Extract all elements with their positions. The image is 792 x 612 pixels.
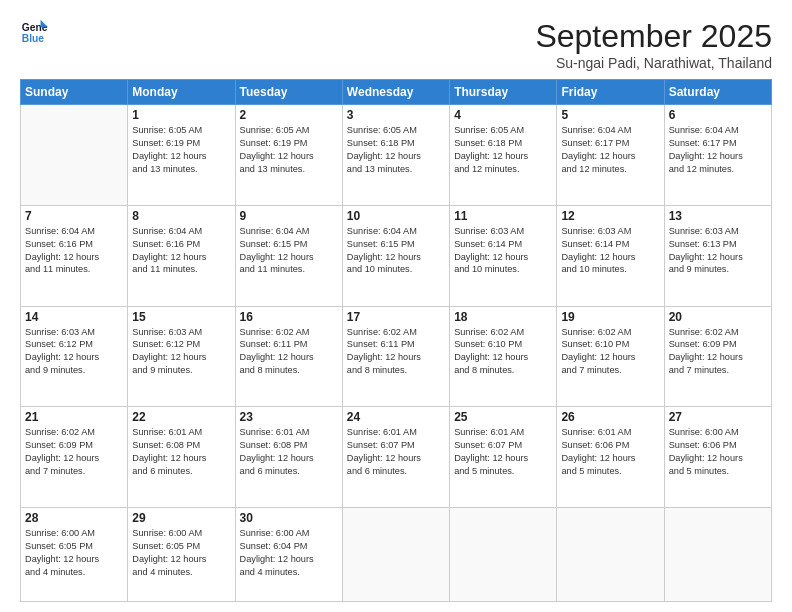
day-number: 22: [132, 410, 230, 424]
table-row: 12Sunrise: 6:03 AMSunset: 6:14 PMDayligh…: [557, 205, 664, 306]
calendar-week-row: 21Sunrise: 6:02 AMSunset: 6:09 PMDayligh…: [21, 407, 772, 508]
day-number: 12: [561, 209, 659, 223]
day-number: 14: [25, 310, 123, 324]
logo: General Blue: [20, 18, 48, 46]
table-row: 7Sunrise: 6:04 AMSunset: 6:16 PMDaylight…: [21, 205, 128, 306]
day-number: 6: [669, 108, 767, 122]
day-number: 16: [240, 310, 338, 324]
calendar-week-row: 1Sunrise: 6:05 AMSunset: 6:19 PMDaylight…: [21, 105, 772, 206]
month-title: September 2025: [535, 18, 772, 55]
day-info: Sunrise: 6:04 AMSunset: 6:16 PMDaylight:…: [25, 225, 123, 277]
table-row: 15Sunrise: 6:03 AMSunset: 6:12 PMDayligh…: [128, 306, 235, 407]
header-thursday: Thursday: [450, 80, 557, 105]
day-info: Sunrise: 6:05 AMSunset: 6:18 PMDaylight:…: [454, 124, 552, 176]
day-number: 20: [669, 310, 767, 324]
table-row: 1Sunrise: 6:05 AMSunset: 6:19 PMDaylight…: [128, 105, 235, 206]
table-row: 27Sunrise: 6:00 AMSunset: 6:06 PMDayligh…: [664, 407, 771, 508]
day-number: 11: [454, 209, 552, 223]
table-row: 25Sunrise: 6:01 AMSunset: 6:07 PMDayligh…: [450, 407, 557, 508]
table-row: 16Sunrise: 6:02 AMSunset: 6:11 PMDayligh…: [235, 306, 342, 407]
table-row: [664, 508, 771, 602]
day-info: Sunrise: 6:03 AMSunset: 6:12 PMDaylight:…: [132, 326, 230, 378]
day-number: 24: [347, 410, 445, 424]
day-info: Sunrise: 6:01 AMSunset: 6:07 PMDaylight:…: [454, 426, 552, 478]
day-number: 30: [240, 511, 338, 525]
table-row: 17Sunrise: 6:02 AMSunset: 6:11 PMDayligh…: [342, 306, 449, 407]
day-info: Sunrise: 6:00 AMSunset: 6:04 PMDaylight:…: [240, 527, 338, 579]
day-info: Sunrise: 6:03 AMSunset: 6:13 PMDaylight:…: [669, 225, 767, 277]
table-row: 29Sunrise: 6:00 AMSunset: 6:05 PMDayligh…: [128, 508, 235, 602]
day-info: Sunrise: 6:04 AMSunset: 6:17 PMDaylight:…: [669, 124, 767, 176]
table-row: 20Sunrise: 6:02 AMSunset: 6:09 PMDayligh…: [664, 306, 771, 407]
day-info: Sunrise: 6:05 AMSunset: 6:19 PMDaylight:…: [132, 124, 230, 176]
day-info: Sunrise: 6:03 AMSunset: 6:12 PMDaylight:…: [25, 326, 123, 378]
table-row: 5Sunrise: 6:04 AMSunset: 6:17 PMDaylight…: [557, 105, 664, 206]
day-number: 5: [561, 108, 659, 122]
day-info: Sunrise: 6:02 AMSunset: 6:11 PMDaylight:…: [240, 326, 338, 378]
day-number: 19: [561, 310, 659, 324]
table-row: 24Sunrise: 6:01 AMSunset: 6:07 PMDayligh…: [342, 407, 449, 508]
day-info: Sunrise: 6:01 AMSunset: 6:08 PMDaylight:…: [240, 426, 338, 478]
table-row: 30Sunrise: 6:00 AMSunset: 6:04 PMDayligh…: [235, 508, 342, 602]
table-row: 19Sunrise: 6:02 AMSunset: 6:10 PMDayligh…: [557, 306, 664, 407]
title-block: September 2025 Su-ngai Padi, Narathiwat,…: [535, 18, 772, 71]
calendar-week-row: 7Sunrise: 6:04 AMSunset: 6:16 PMDaylight…: [21, 205, 772, 306]
day-number: 28: [25, 511, 123, 525]
day-number: 7: [25, 209, 123, 223]
weekday-header-row: Sunday Monday Tuesday Wednesday Thursday…: [21, 80, 772, 105]
day-info: Sunrise: 6:04 AMSunset: 6:17 PMDaylight:…: [561, 124, 659, 176]
day-info: Sunrise: 6:02 AMSunset: 6:11 PMDaylight:…: [347, 326, 445, 378]
header-sunday: Sunday: [21, 80, 128, 105]
day-number: 23: [240, 410, 338, 424]
day-info: Sunrise: 6:05 AMSunset: 6:19 PMDaylight:…: [240, 124, 338, 176]
day-number: 15: [132, 310, 230, 324]
table-row: [21, 105, 128, 206]
day-number: 4: [454, 108, 552, 122]
subtitle: Su-ngai Padi, Narathiwat, Thailand: [535, 55, 772, 71]
header-wednesday: Wednesday: [342, 80, 449, 105]
day-number: 1: [132, 108, 230, 122]
header-monday: Monday: [128, 80, 235, 105]
day-info: Sunrise: 6:02 AMSunset: 6:09 PMDaylight:…: [669, 326, 767, 378]
table-row: [450, 508, 557, 602]
day-number: 25: [454, 410, 552, 424]
day-info: Sunrise: 6:05 AMSunset: 6:18 PMDaylight:…: [347, 124, 445, 176]
day-number: 3: [347, 108, 445, 122]
day-info: Sunrise: 6:03 AMSunset: 6:14 PMDaylight:…: [561, 225, 659, 277]
calendar-week-row: 14Sunrise: 6:03 AMSunset: 6:12 PMDayligh…: [21, 306, 772, 407]
day-info: Sunrise: 6:03 AMSunset: 6:14 PMDaylight:…: [454, 225, 552, 277]
day-info: Sunrise: 6:04 AMSunset: 6:16 PMDaylight:…: [132, 225, 230, 277]
table-row: 21Sunrise: 6:02 AMSunset: 6:09 PMDayligh…: [21, 407, 128, 508]
day-number: 10: [347, 209, 445, 223]
table-row: [342, 508, 449, 602]
day-number: 13: [669, 209, 767, 223]
day-info: Sunrise: 6:02 AMSunset: 6:10 PMDaylight:…: [454, 326, 552, 378]
day-info: Sunrise: 6:01 AMSunset: 6:08 PMDaylight:…: [132, 426, 230, 478]
day-number: 17: [347, 310, 445, 324]
table-row: 28Sunrise: 6:00 AMSunset: 6:05 PMDayligh…: [21, 508, 128, 602]
table-row: 10Sunrise: 6:04 AMSunset: 6:15 PMDayligh…: [342, 205, 449, 306]
header: General Blue September 2025 Su-ngai Padi…: [20, 18, 772, 71]
day-number: 18: [454, 310, 552, 324]
calendar-table: Sunday Monday Tuesday Wednesday Thursday…: [20, 79, 772, 602]
day-info: Sunrise: 6:04 AMSunset: 6:15 PMDaylight:…: [240, 225, 338, 277]
day-info: Sunrise: 6:00 AMSunset: 6:05 PMDaylight:…: [25, 527, 123, 579]
day-number: 21: [25, 410, 123, 424]
table-row: 9Sunrise: 6:04 AMSunset: 6:15 PMDaylight…: [235, 205, 342, 306]
day-number: 2: [240, 108, 338, 122]
day-number: 8: [132, 209, 230, 223]
header-tuesday: Tuesday: [235, 80, 342, 105]
table-row: 11Sunrise: 6:03 AMSunset: 6:14 PMDayligh…: [450, 205, 557, 306]
header-saturday: Saturday: [664, 80, 771, 105]
table-row: 14Sunrise: 6:03 AMSunset: 6:12 PMDayligh…: [21, 306, 128, 407]
table-row: 26Sunrise: 6:01 AMSunset: 6:06 PMDayligh…: [557, 407, 664, 508]
day-number: 27: [669, 410, 767, 424]
day-info: Sunrise: 6:00 AMSunset: 6:06 PMDaylight:…: [669, 426, 767, 478]
logo-icon: General Blue: [20, 18, 48, 46]
calendar-week-row: 28Sunrise: 6:00 AMSunset: 6:05 PMDayligh…: [21, 508, 772, 602]
day-info: Sunrise: 6:02 AMSunset: 6:10 PMDaylight:…: [561, 326, 659, 378]
table-row: 18Sunrise: 6:02 AMSunset: 6:10 PMDayligh…: [450, 306, 557, 407]
day-number: 26: [561, 410, 659, 424]
header-friday: Friday: [557, 80, 664, 105]
page: General Blue September 2025 Su-ngai Padi…: [0, 0, 792, 612]
